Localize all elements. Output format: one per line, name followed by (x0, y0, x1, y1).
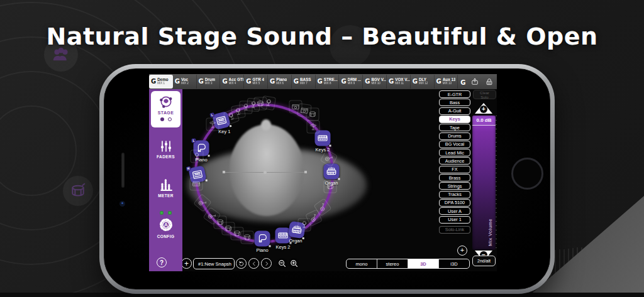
group-button-fx[interactable]: FX (439, 166, 470, 173)
zoom-out-icon (277, 259, 287, 268)
mix-tab-bar: G Demo MIX 1G Voc MIX 2G Drum MIX 3G Acc… (149, 74, 497, 89)
stage-width-axis[interactable] (224, 172, 306, 173)
snapshot-button[interactable]: #1:New Snapsh (193, 258, 235, 269)
sidebar-item-faders[interactable]: FADERS (149, 139, 182, 159)
next-button[interactable] (261, 258, 272, 269)
group-button-bg-vocal[interactable]: BG Vocal (439, 141, 470, 148)
zoom-out-button[interactable] (277, 258, 287, 269)
mix-tab-13[interactable]: G Aux 13 MIX 13 (435, 75, 458, 89)
mix-tab-5[interactable]: G GTR 4 MIX 5 (244, 75, 268, 89)
corner-handle (205, 179, 208, 181)
stage-label: STAGE (158, 111, 174, 115)
crosshair-icon: + (460, 246, 464, 254)
stage-channel-drum[interactable] (306, 108, 319, 121)
center-view-button[interactable]: + (457, 246, 467, 256)
lock-button[interactable] (484, 77, 494, 87)
group-button-audience[interactable]: Audience (439, 157, 470, 165)
drum-icon (243, 233, 252, 242)
export-button[interactable] (470, 77, 480, 87)
tab-mix-number: MIX 10 (371, 82, 386, 85)
faders-label: FADERS (157, 154, 175, 159)
group-button-tape[interactable]: Tape (439, 124, 470, 131)
mix-tab-4[interactable]: G Acc GTR MIX 4 (220, 75, 244, 89)
mix-tab-9[interactable]: G DRM ... MIX 9 (339, 75, 363, 89)
stage-channel-mic[interactable] (191, 150, 204, 163)
mix-tab-2[interactable]: G Voc MIX 2 (173, 75, 197, 89)
mic-icon (298, 219, 311, 232)
faders-icon (158, 139, 174, 153)
group-button-user-a[interactable]: User A (439, 207, 470, 215)
channel-label: Piano (256, 247, 268, 253)
app-screen: LKey 1LPianoRPianoKeys 2OrganKeys 2Organ… (149, 74, 497, 271)
lock-icon (485, 77, 494, 86)
keyboard-icon (190, 178, 203, 191)
home-button[interactable] (511, 158, 543, 190)
front-camera (119, 201, 125, 207)
group-button-lead-mic[interactable]: Lead Mic (439, 149, 470, 156)
group-button-drums[interactable]: Drums (439, 132, 470, 140)
sidebar-item-stage[interactable]: STAGE (151, 91, 180, 127)
stage-channel-piano[interactable]: Piano (255, 231, 270, 247)
stage-channel-keyboard[interactable] (190, 178, 203, 191)
stage-channel-cymbal[interactable] (206, 118, 219, 131)
mode-mono[interactable]: mono (347, 259, 377, 268)
group-button-strings[interactable]: Strings (439, 182, 470, 190)
stage-channel-drum[interactable] (324, 180, 337, 193)
prev-button[interactable] (248, 258, 259, 269)
add-button[interactable]: + (181, 258, 192, 269)
klang-logo-icon: G (460, 79, 465, 86)
mix-tab-1[interactable]: G Demo MIX 1 (149, 75, 173, 89)
solo-link-button[interactable]: Solo-Link (439, 226, 470, 234)
mix-tab-6[interactable]: G Piano MIX 6 (268, 75, 292, 89)
mode-stereo[interactable]: stereo (377, 259, 408, 268)
corner-handle (303, 237, 304, 239)
mix-tab-12[interactable]: G DLY MIX 12 (411, 75, 435, 89)
group-button-a-guit[interactable]: A-Guit (439, 107, 470, 115)
grand-piano-icon (255, 231, 270, 247)
sidebar-item-meter[interactable]: METER (149, 177, 182, 198)
undo-button[interactable] (236, 258, 247, 269)
mix-tab-11[interactable]: G VOX V... MIX 11 (387, 75, 411, 89)
stage-channel-cymbal[interactable] (307, 121, 320, 134)
mix-volume-fader[interactable]: 0.0 dB Mix Volume (472, 116, 496, 250)
mix-tab-partial[interactable]: G (458, 76, 469, 87)
channel-label: Keys 2 (276, 244, 291, 250)
klang-logo-icon: G (199, 78, 204, 85)
chevron-right-icon (264, 261, 270, 267)
zoom-in-button[interactable] (289, 258, 299, 269)
cymbal-icon (206, 118, 219, 131)
listening-mode-segments: monostereo3Di3D (346, 259, 470, 269)
cymbal-icon (309, 122, 318, 132)
group-button-keys[interactable]: Keys (439, 116, 470, 123)
stage-channel-mic[interactable] (261, 95, 276, 111)
klang-logo-icon: G (365, 78, 370, 85)
stage-orbit-icon (158, 94, 174, 109)
mix-tab-8[interactable]: G STRE... MIX 8 (316, 75, 340, 89)
mix-tab-7[interactable]: G BASS MIX 7 (292, 75, 316, 89)
keyboard-icon (317, 132, 329, 144)
config-label: CONFIG (157, 234, 175, 239)
tab-mix-number: MIX 12 (419, 82, 428, 85)
mode-i3D[interactable]: i3D (439, 259, 469, 268)
group-button-brass[interactable]: Brass (439, 174, 470, 181)
mode-3D[interactable]: 3D (408, 259, 439, 268)
group-button-dpa-5100[interactable]: DPA 5100 (439, 199, 470, 207)
second-alt-button[interactable]: 2nd/alt (472, 256, 496, 266)
plus-icon: + (184, 259, 189, 268)
group-button-e-gtr[interactable]: E-GTR (439, 90, 470, 98)
fader-label: Mix Volume (487, 219, 492, 246)
corner-handle (208, 155, 210, 157)
tab-mix-number: MIX 9 (348, 82, 361, 85)
mix-tab-10[interactable]: G BGV V... MIX 10 (363, 75, 387, 89)
clear-solo-button[interactable]: Clear Solo (473, 90, 496, 99)
group-button-bass[interactable]: Bass (439, 99, 470, 106)
mix-tab-3[interactable]: G Drum MIX 3 (197, 75, 221, 89)
help-button[interactable]: ? (157, 257, 167, 267)
sidebar-item-config[interactable]: A CONFIG (149, 217, 182, 239)
mic-icon (261, 95, 276, 111)
group-button-tracks[interactable]: Tracks (439, 191, 470, 198)
group-button-user-1[interactable]: User 1 (439, 216, 470, 224)
stage-channel-mic[interactable] (298, 219, 311, 232)
export-icon (470, 77, 479, 86)
stage-channel-drum[interactable] (241, 231, 254, 244)
